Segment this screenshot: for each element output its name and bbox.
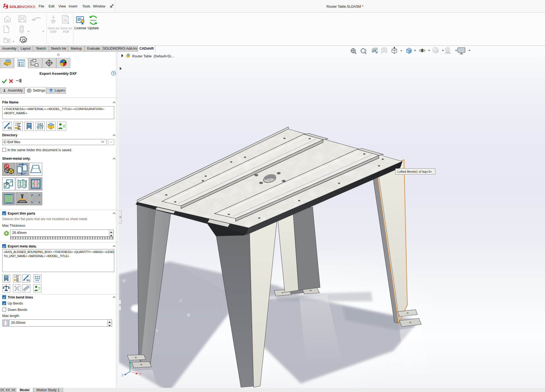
svg-text:D1: D1 — [26, 279, 30, 282]
svg-text:UPDATE: UPDATE — [90, 20, 97, 21]
svg-text:Router Table (Default<Di...: Router Table (Default<Di... — [132, 54, 174, 58]
svg-text:Model: Model — [20, 388, 30, 392]
svg-text:?: ? — [113, 72, 115, 75]
svg-text:Lofted Bends1 of leg<3>: Lofted Bends1 of leg<3> — [397, 170, 432, 173]
svg-text:D1: D1 — [8, 126, 12, 130]
svg-text:SOLIDWORKS: SOLIDWORKS — [9, 5, 35, 9]
svg-text:Motion Study 1: Motion Study 1 — [36, 388, 59, 392]
svg-text:X: X — [139, 373, 141, 376]
svg-text:Z: Z — [122, 374, 123, 377]
